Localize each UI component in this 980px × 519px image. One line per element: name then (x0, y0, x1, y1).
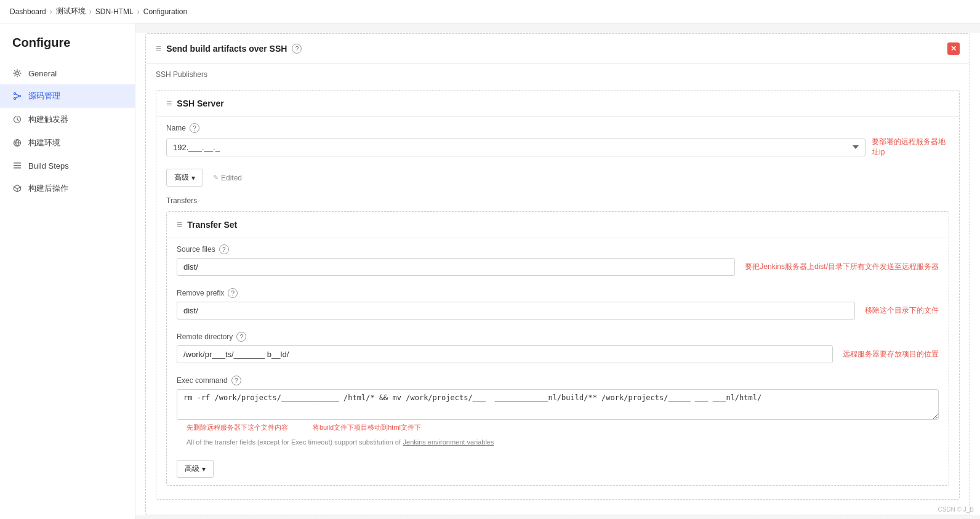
name-label: Name ? (166, 123, 949, 133)
svg-rect-8 (14, 167, 21, 169)
source-files-input[interactable] (177, 258, 735, 276)
transfer-set-title: Transfer Set (187, 220, 237, 230)
transfer-advanced-button[interactable]: 高级 ▾ (177, 460, 214, 478)
name-annotation: 要部署的远程服务器地址ip (872, 137, 949, 158)
source-files-annotation: 要把Jenkins服务器上dist/目录下所有文件发送至远程服务器 (745, 262, 939, 272)
exec-command-help-icon[interactable]: ? (231, 376, 241, 385)
gear-icon (12, 68, 22, 78)
breadcrumb-sep-2: › (89, 7, 92, 16)
content-area: ≡ Send build artifacts over SSH ? ✕ SSH … (135, 23, 980, 519)
breadcrumb-dashboard[interactable]: Dashboard (10, 7, 46, 16)
source-files-row: 要把Jenkins服务器上dist/目录下所有文件发送至远程服务器 (177, 258, 939, 276)
ssh-server-title: SSH Server (177, 99, 223, 108)
transfer-chevron-down-icon: ▾ (202, 465, 206, 473)
svg-rect-7 (14, 165, 21, 166)
breadcrumb-sep-1: › (50, 7, 52, 16)
exec-command-textarea[interactable]: rm -rf /work/projects/_____________ /htm… (177, 389, 939, 420)
actions-row: 高级 ▾ ✎ Edited (156, 164, 959, 193)
transfers-label: Transfers (156, 193, 959, 207)
transfer-advanced-label: 高级 (185, 464, 199, 474)
ssh-section: ≡ Send build artifacts over SSH ? ✕ SSH … (145, 33, 970, 515)
source-files-help-icon[interactable]: ? (219, 244, 229, 254)
chevron-down-icon: ▾ (191, 174, 195, 182)
remove-prefix-help-icon[interactable]: ? (228, 288, 238, 298)
ssh-server-header: ≡ SSH Server (156, 91, 959, 117)
info-text: All of the transfer fields (except for E… (187, 436, 401, 446)
breadcrumb-config: Configuration (143, 7, 187, 16)
remove-prefix-input[interactable] (177, 302, 855, 320)
sidebar-label-buildsteps: Build Steps (28, 161, 69, 171)
advanced-label: 高级 (174, 172, 189, 183)
name-field-group: Name ? 192.___.__._ 要部署的远程服务器地址ip (156, 117, 959, 164)
sidebar-title: Configure (0, 36, 135, 62)
sidebar-item-triggers[interactable]: 构建触发器 (0, 108, 135, 131)
watermark: CSDN © J_B (938, 506, 974, 513)
drag-handle-icon: ≡ (156, 43, 161, 54)
sidebar-label-postbuild: 构建后操作 (28, 183, 68, 194)
sidebar-label-general: General (28, 69, 57, 78)
ssh-server-box: ≡ SSH Server Name ? 192.___.__._ (156, 90, 960, 500)
ssh-section-title: Send build artifacts over SSH (166, 44, 287, 54)
breadcrumb-sdn[interactable]: SDN-HTML (95, 7, 134, 16)
server-drag-handle: ≡ (166, 98, 172, 109)
cube-icon (12, 183, 22, 193)
info-text-container: All of the transfer fields (except for E… (177, 435, 939, 449)
remote-dir-label: Remote directory ? (177, 332, 939, 342)
remote-dir-annotation: 远程服务器要存放项目的位置 (843, 349, 939, 360)
main-panel: ≡ Send build artifacts over SSH ? ✕ SSH … (135, 33, 980, 515)
source-icon (12, 91, 22, 101)
ssh-section-header: ≡ Send build artifacts over SSH ? ✕ (146, 34, 970, 64)
jenkins-env-vars-link[interactable]: Jenkins environment variables (403, 436, 494, 446)
breadcrumb: Dashboard › 测试环境 › SDN-HTML › Configurat… (0, 0, 980, 23)
exec-annotation-2: 将build文件下项目移动到html文件下 (313, 423, 421, 432)
name-help-icon[interactable]: ? (190, 123, 199, 133)
transfer-drag-handle: ≡ (177, 219, 182, 230)
edited-label: ✎ Edited (213, 174, 242, 182)
ssh-close-button[interactable]: ✕ (947, 42, 960, 55)
breadcrumb-sep-3: › (137, 7, 140, 16)
sidebar: Configure General 源码管理 (0, 23, 135, 519)
svg-point-0 (16, 72, 19, 75)
sidebar-item-general[interactable]: General (0, 62, 135, 84)
remote-dir-row: 远程服务器要存放项目的位置 (177, 345, 939, 363)
name-select[interactable]: 192.___.__._ (166, 139, 866, 156)
list-icon (12, 161, 22, 171)
edited-text: Edited (221, 174, 242, 182)
ssh-publishers-label: SSH Publishers (146, 64, 970, 85)
name-field-row: 192.___.__._ 要部署的远程服务器地址ip (166, 137, 949, 158)
transfer-set-header: ≡ Transfer Set (167, 212, 949, 238)
exec-annotations-row: 先删除远程服务器下这个文件内容 将build文件下项目移动到html文件下 (177, 422, 939, 435)
exec-command-label: Exec command ? (177, 376, 939, 385)
advanced-button[interactable]: 高级 ▾ (166, 169, 203, 187)
transfer-set-box: ≡ Transfer Set Source files ? 要把Jenk (166, 211, 949, 486)
sidebar-label-triggers: 构建触发器 (28, 114, 68, 125)
clock-icon (12, 115, 22, 124)
remove-prefix-row: 移除这个目录下的文件 (177, 302, 939, 320)
ssh-help-icon[interactable]: ? (292, 44, 302, 54)
sidebar-item-env[interactable]: 构建环境 (0, 131, 135, 155)
remote-dir-input[interactable] (177, 345, 833, 363)
sidebar-item-postbuild[interactable]: 构建后操作 (0, 177, 135, 200)
remove-prefix-group: Remove prefix ? 移除这个目录下的文件 (167, 282, 949, 326)
source-files-label: Source files ? (177, 244, 939, 254)
transfer-actions-row: 高级 ▾ (167, 455, 949, 485)
sidebar-label-env: 构建环境 (28, 137, 60, 148)
globe-icon (12, 138, 22, 148)
sidebar-label-source: 源码管理 (28, 91, 60, 102)
remote-dir-help-icon[interactable]: ? (236, 332, 246, 342)
remove-prefix-label: Remove prefix ? (177, 288, 939, 298)
breadcrumb-env[interactable]: 测试环境 (56, 6, 86, 17)
remote-dir-group: Remote directory ? 远程服务器要存放项目的位置 (167, 326, 949, 369)
sidebar-item-buildsteps[interactable]: Build Steps (0, 155, 135, 177)
pencil-icon: ✎ (213, 174, 219, 182)
remove-prefix-annotation: 移除这个目录下的文件 (865, 305, 939, 316)
exec-annotation-1: 先删除远程服务器下这个文件内容 (187, 423, 288, 432)
svg-point-1 (14, 93, 16, 95)
svg-point-2 (19, 95, 21, 97)
svg-point-3 (14, 98, 16, 100)
source-files-group: Source files ? 要把Jenkins服务器上dist/目录下所有文件… (167, 238, 949, 282)
sidebar-item-source[interactable]: 源码管理 (0, 84, 135, 108)
svg-rect-6 (14, 163, 21, 164)
exec-command-group: Exec command ? rm -rf /work/projects/___… (167, 369, 949, 455)
